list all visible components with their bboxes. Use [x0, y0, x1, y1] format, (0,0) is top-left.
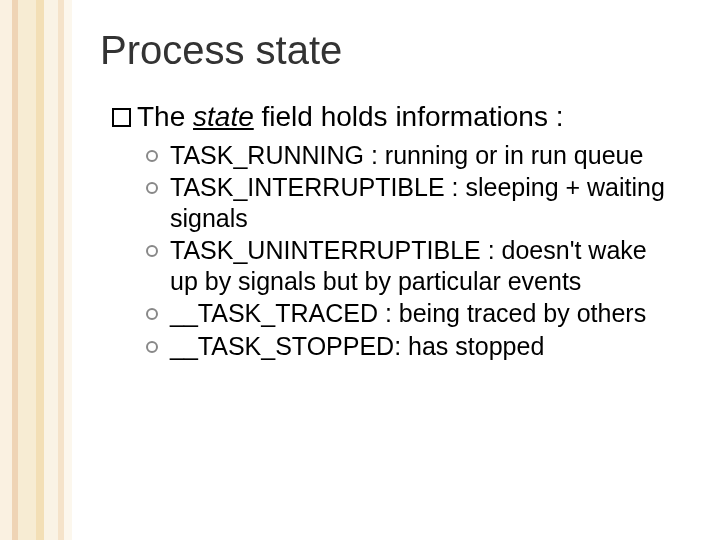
- ring-bullet-icon: [146, 245, 158, 257]
- intro-pre: The: [137, 101, 193, 132]
- content: Process state The state field holds info…: [0, 0, 720, 540]
- slide-body: The state field holds informations : TAS…: [112, 100, 680, 363]
- list-item-text: __TASK_TRACED : being traced by others: [170, 298, 680, 329]
- list-item-text: TASK_UNINTERRUPTIBLE : doesn't wake up b…: [170, 235, 680, 296]
- ring-bullet-icon: [146, 308, 158, 320]
- slide: Process state The state field holds info…: [0, 0, 720, 540]
- list-item: __TASK_STOPPED: has stopped: [146, 331, 680, 362]
- ring-bullet-icon: [146, 150, 158, 162]
- ring-bullet-icon: [146, 182, 158, 194]
- list-item: TASK_RUNNING : running or in run queue: [146, 140, 680, 171]
- slide-title: Process state: [100, 28, 342, 73]
- intro-state-word: state: [193, 101, 254, 132]
- square-bullet-icon: [112, 108, 131, 127]
- bullet-list: TASK_RUNNING : running or in run queue T…: [146, 140, 680, 362]
- intro-line: The state field holds informations :: [112, 100, 680, 134]
- list-item-text: TASK_RUNNING : running or in run queue: [170, 140, 680, 171]
- list-item-text: __TASK_STOPPED: has stopped: [170, 331, 680, 362]
- intro-post: field holds informations :: [254, 101, 564, 132]
- intro-text: The state field holds informations :: [137, 100, 680, 134]
- list-item: TASK_INTERRUPTIBLE : sleeping + waiting …: [146, 172, 680, 233]
- list-item: __TASK_TRACED : being traced by others: [146, 298, 680, 329]
- ring-bullet-icon: [146, 341, 158, 353]
- list-item: TASK_UNINTERRUPTIBLE : doesn't wake up b…: [146, 235, 680, 296]
- list-item-text: TASK_INTERRUPTIBLE : sleeping + waiting …: [170, 172, 680, 233]
